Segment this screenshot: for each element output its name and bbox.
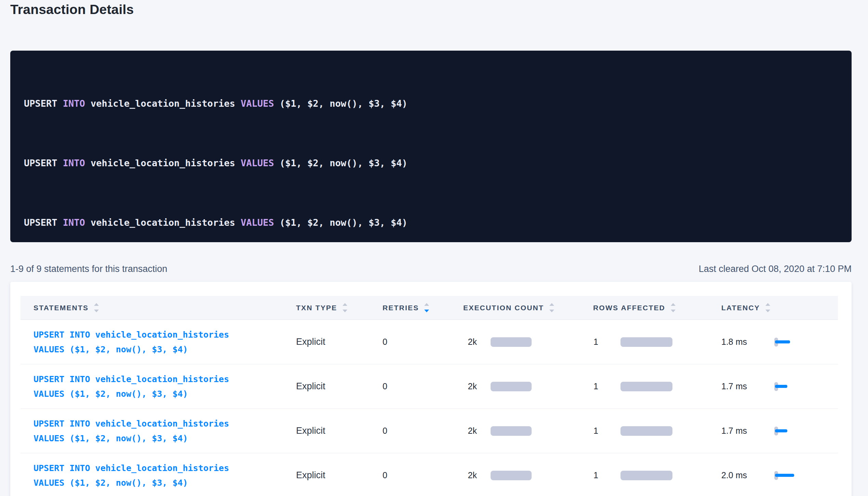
rows-affected-cell: 1 [591, 381, 720, 391]
statements-summary-row: 1-9 of 9 statements for this transaction… [10, 264, 852, 274]
retries-cell: 0 [379, 381, 462, 391]
txn-type-cell: Explicit [294, 426, 379, 436]
execution-count-bar [491, 382, 532, 391]
execution-count-value: 2k [463, 381, 477, 391]
column-header-rows-affected[interactable]: ROWS AFFECTED [591, 303, 720, 312]
sort-up-icon [94, 303, 99, 306]
sql-keyword: INTO [63, 98, 85, 109]
sql-table-name: vehicle_location_histories [91, 158, 235, 168]
rows-affected-cell: 1 [591, 337, 720, 347]
column-header-label: EXECUTION COUNT [463, 304, 544, 312]
statement-link[interactable]: UPSERT INTO vehicle_location_historiesVA… [34, 327, 294, 357]
statement-line-2: VALUES ($1, $2, now(), $3, $4) [34, 387, 294, 401]
latency-bar [775, 385, 787, 388]
column-header-statements[interactable]: STATEMENTS [21, 303, 294, 312]
statement-line-1: UPSERT INTO vehicle_location_histories [34, 327, 294, 342]
retries-cell: 0 [379, 470, 462, 480]
execution-count-cell: 2k [462, 337, 591, 347]
statement-line-2: VALUES ($1, $2, now(), $3, $4) [34, 342, 294, 357]
table-row: UPSERT INTO vehicle_location_historiesVA… [21, 320, 838, 364]
statements-table-card: STATEMENTS TXN TYPE RETRIES EXECUTION CO… [10, 282, 852, 496]
sort-down-icon [424, 310, 429, 312]
statement-link[interactable]: UPSERT INTO vehicle_location_historiesVA… [34, 416, 294, 446]
statement-cell: UPSERT INTO vehicle_location_historiesVA… [21, 327, 294, 357]
column-header-label: ROWS AFFECTED [593, 304, 665, 312]
statement-line-2: VALUES ($1, $2, now(), $3, $4) [34, 431, 294, 446]
txn-type-cell: Explicit [294, 381, 379, 392]
transaction-sql-box: UPSERT INTO vehicle_location_histories V… [10, 51, 852, 242]
execution-count-bar [491, 426, 532, 436]
statement-cell: UPSERT INTO vehicle_location_historiesVA… [21, 372, 294, 401]
statement-link[interactable]: UPSERT INTO vehicle_location_historiesVA… [34, 372, 294, 401]
sql-keyword: VALUES [241, 158, 274, 168]
rows-affected-value: 1 [593, 470, 598, 480]
column-header-execution-count[interactable]: EXECUTION COUNT [462, 303, 591, 312]
latency-bar [775, 429, 787, 432]
page-title: Transaction Details [10, 2, 134, 17]
column-header-latency[interactable]: LATENCY [720, 303, 838, 312]
statement-cell: UPSERT INTO vehicle_location_historiesVA… [21, 416, 294, 446]
sort-icon[interactable] [549, 303, 554, 312]
column-header-label: STATEMENTS [34, 304, 89, 312]
table-header-row: STATEMENTS TXN TYPE RETRIES EXECUTION CO… [21, 296, 838, 320]
column-header-label: LATENCY [721, 304, 760, 312]
latency-value: 1.8 ms [721, 337, 747, 347]
table-body: UPSERT INTO vehicle_location_historiesVA… [21, 320, 838, 496]
latency-bar-chart [774, 337, 790, 347]
rows-affected-value: 1 [593, 337, 598, 347]
sql-keyword: INTO [63, 158, 85, 168]
execution-count-value: 2k [463, 426, 477, 436]
column-header-txn-type[interactable]: TXN TYPE [294, 303, 379, 312]
sql-statement-line: UPSERT INTO vehicle_location_histories V… [24, 156, 838, 171]
statements-count-label: 1-9 of 9 statements for this transaction [10, 264, 167, 274]
column-header-retries[interactable]: RETRIES [379, 303, 462, 312]
rows-affected-cell: 1 [591, 426, 720, 436]
rows-affected-value: 1 [593, 426, 598, 436]
latency-bar [775, 474, 794, 477]
txn-type-cell: Explicit [294, 337, 379, 347]
latency-bar-chart [774, 471, 794, 480]
table-row: UPSERT INTO vehicle_location_historiesVA… [21, 364, 838, 409]
sort-up-icon [765, 303, 770, 306]
sql-token: UPSERT [24, 98, 57, 109]
sort-icon[interactable] [424, 303, 429, 312]
sql-args: ($1, $2, now(), $3, $4) [280, 217, 408, 228]
latency-cell: 1.7 ms [720, 426, 838, 436]
execution-count-cell: 2k [462, 381, 591, 391]
rows-affected-bar [620, 426, 672, 436]
rows-affected-bar [620, 471, 672, 480]
sort-icon[interactable] [343, 303, 347, 312]
sort-icon[interactable] [671, 303, 676, 312]
sort-up-icon [671, 303, 676, 306]
sort-up-icon [343, 303, 347, 306]
sql-args: ($1, $2, now(), $3, $4) [280, 98, 408, 109]
rows-affected-value: 1 [593, 381, 598, 391]
sort-icon[interactable] [765, 303, 770, 312]
statement-line-1: UPSERT INTO vehicle_location_histories [34, 372, 294, 387]
latency-value: 1.7 ms [721, 381, 747, 391]
table-row: UPSERT INTO vehicle_location_historiesVA… [21, 453, 838, 496]
sql-table-name: vehicle_location_histories [91, 98, 235, 109]
rows-affected-cell: 1 [591, 470, 720, 480]
sort-down-icon [94, 310, 99, 312]
sql-statement-line: UPSERT INTO vehicle_location_histories V… [24, 215, 838, 230]
latency-value: 2.0 ms [721, 470, 747, 480]
sort-down-icon [549, 310, 554, 312]
statement-link[interactable]: UPSERT INTO vehicle_location_historiesVA… [34, 461, 294, 490]
sql-statement-line: UPSERT INTO vehicle_location_histories V… [24, 96, 838, 111]
statement-line-1: UPSERT INTO vehicle_location_histories [34, 461, 294, 475]
txn-type-cell: Explicit [294, 470, 379, 481]
execution-count-value: 2k [463, 470, 477, 480]
statement-line-2: VALUES ($1, $2, now(), $3, $4) [34, 475, 294, 490]
statements-table: STATEMENTS TXN TYPE RETRIES EXECUTION CO… [21, 296, 838, 496]
sql-keyword: INTO [63, 217, 85, 228]
execution-count-bar [491, 471, 532, 480]
sort-down-icon [671, 310, 676, 312]
sort-up-icon [424, 303, 429, 306]
sort-up-icon [549, 303, 554, 306]
sql-keyword: VALUES [241, 217, 274, 228]
retries-cell: 0 [379, 426, 462, 436]
last-cleared-label: Last cleared Oct 08, 2020 at 7:10 PM [699, 264, 852, 274]
execution-count-value: 2k [463, 337, 477, 347]
sort-icon[interactable] [94, 303, 99, 312]
